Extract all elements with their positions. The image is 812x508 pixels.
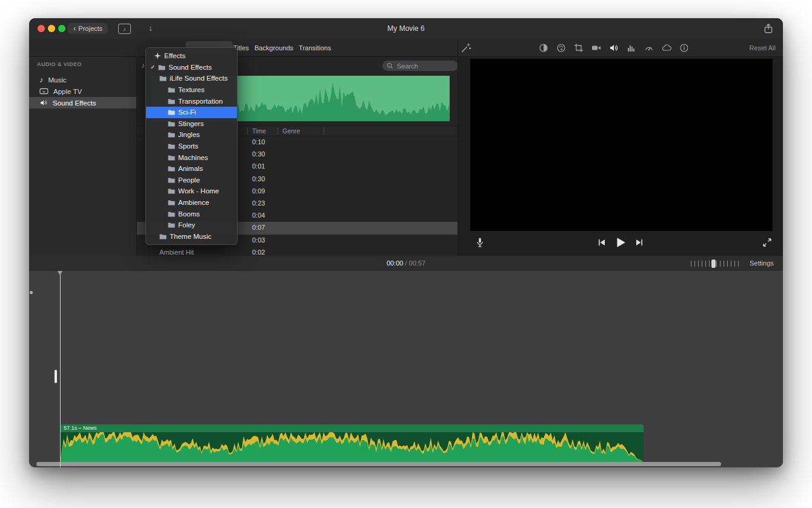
color-correction-button[interactable] [556, 43, 566, 53]
speaker-icon [39, 99, 48, 107]
sidebar-item-label: Sound Effects [53, 99, 96, 107]
noise-reduction-button[interactable] [627, 43, 636, 53]
settings-button[interactable]: Settings [750, 259, 774, 267]
play-button[interactable] [614, 236, 627, 249]
tab-transitions[interactable]: Transitions [299, 44, 331, 52]
skip-forward-icon [634, 238, 644, 247]
folder-icon [168, 188, 175, 194]
browser-tabs: Titles Backgrounds Transitions [233, 39, 331, 56]
audio-clip[interactable]: 57.1s – News [60, 424, 644, 462]
speed-button[interactable] [644, 43, 654, 53]
apple-tv-icon: tv [39, 87, 48, 95]
minimize-button[interactable] [48, 25, 55, 32]
menu-item-label: Theme Music [170, 233, 211, 240]
zoom-button[interactable] [58, 25, 65, 32]
horizontal-scrollbar[interactable] [36, 462, 721, 466]
list-item[interactable]: Ambient Hit 0:02 [137, 247, 458, 256]
skip-back-button[interactable] [596, 238, 607, 247]
item-time: 0:23 [252, 199, 265, 207]
sidebar-item-apple-tv[interactable]: tv Apple TV [29, 85, 136, 97]
folder-icon [168, 109, 175, 115]
menu-item-foley[interactable]: Foley [146, 219, 237, 231]
color-balance-icon [539, 43, 548, 53]
menu-item-people[interactable]: People [146, 175, 237, 186]
app-window: ‹ Projects ♪ ↓ My Movie 6 Titles Backgro… [29, 18, 783, 467]
magic-wand-icon [461, 42, 471, 53]
menu-item-jingles[interactable]: Jingles [146, 129, 237, 141]
sidebar-item-music[interactable]: ♪ Music [29, 74, 136, 85]
toolbar-divider [458, 39, 458, 56]
menu-item-label: Ambience [178, 199, 209, 206]
info-icon [679, 43, 689, 53]
search-input[interactable] [396, 62, 451, 70]
menu-item-sound-effects[interactable]: ✓ Sound Effects [146, 62, 237, 73]
reset-all-button[interactable]: Reset All [750, 44, 776, 52]
menu-item-machines[interactable]: Machines [146, 152, 237, 163]
folder-icon [168, 143, 175, 149]
menu-item-label: iLife Sound Effects [170, 75, 228, 82]
close-button[interactable] [38, 25, 45, 32]
fullscreen-button[interactable] [761, 236, 773, 249]
menu-item-transportation[interactable]: Transportation [146, 95, 237, 107]
menu-item-theme-music[interactable]: Theme Music [146, 231, 237, 242]
timeline-toolbar: 00:00 / 00:57 Settings [29, 256, 783, 272]
info-button[interactable] [679, 43, 689, 53]
fullscreen-icon [762, 238, 772, 247]
menu-item-label: Animals [178, 165, 203, 172]
audio-note-icon: ♪ [141, 61, 145, 70]
crop-icon [574, 43, 584, 53]
search-field[interactable] [382, 61, 458, 71]
crop-button[interactable] [574, 43, 584, 53]
menu-item-stingers[interactable]: Stingers [146, 118, 237, 130]
menu-item-sci-fi[interactable]: Sci-Fi [146, 107, 237, 118]
menu-item-textures[interactable]: Textures [146, 84, 237, 96]
menu-item-ilife-sound-effects[interactable]: iLife Sound Effects [146, 73, 237, 84]
column-separator[interactable] [247, 127, 248, 135]
titlebar: ‹ Projects ♪ ↓ My Movie 6 [29, 18, 783, 39]
column-separator[interactable] [324, 127, 324, 135]
item-time: 0:07 [252, 224, 265, 231]
menu-item-effects[interactable]: Effects [146, 50, 237, 62]
timeline[interactable]: 57.1s – News [29, 271, 783, 467]
projects-label: Projects [78, 25, 102, 32]
color-balance-button[interactable] [539, 43, 548, 53]
folder-icon [168, 87, 175, 93]
voiceover-button[interactable] [474, 235, 486, 250]
speaker-icon [609, 43, 619, 53]
zoom-slider-thumb[interactable] [711, 259, 716, 268]
media-browser-button[interactable]: ♪ [118, 24, 131, 34]
folder-icon [159, 75, 167, 81]
playhead-handle[interactable] [58, 271, 62, 275]
menu-item-booms[interactable]: Booms [146, 208, 237, 219]
column-header-time[interactable]: Time [252, 127, 266, 135]
import-button[interactable]: ↓ [148, 23, 153, 33]
sidebar-item-sound-effects[interactable]: Sound Effects [29, 97, 136, 109]
skip-forward-button[interactable] [634, 238, 645, 247]
playhead[interactable] [60, 271, 61, 467]
column-separator[interactable] [278, 127, 278, 135]
share-button[interactable] [763, 23, 774, 34]
filters-button[interactable] [662, 43, 671, 53]
back-chevron-icon: ‹ [73, 24, 76, 33]
item-time: 0:30 [252, 150, 265, 158]
menu-item-sports[interactable]: Sports [146, 141, 237, 152]
stabilization-button[interactable] [591, 43, 601, 53]
clip-label: 57.1s – News [64, 425, 97, 431]
auto-enhance-button[interactable] [461, 42, 471, 53]
tab-backgrounds[interactable]: Backgrounds [255, 44, 293, 52]
video-camera-icon [591, 43, 601, 53]
search-icon [387, 62, 393, 69]
column-header-genre[interactable]: Genre [282, 127, 300, 135]
item-time: 0:03 [252, 236, 265, 244]
folder-icon [168, 199, 175, 206]
clip-waveform [60, 432, 644, 462]
menu-item-work-home[interactable]: Work - Home [146, 185, 237, 197]
timeline-zoom-slider[interactable] [691, 261, 740, 267]
menu-item-animals[interactable]: Animals [146, 163, 237, 175]
folder-icon [159, 233, 167, 239]
volume-button[interactable] [609, 43, 619, 53]
menu-item-label: Transportation [178, 98, 223, 105]
menu-item-ambience[interactable]: Ambience [146, 197, 237, 209]
music-note-icon: ♪ [39, 76, 44, 84]
projects-back-button[interactable]: ‹ Projects [68, 23, 108, 34]
